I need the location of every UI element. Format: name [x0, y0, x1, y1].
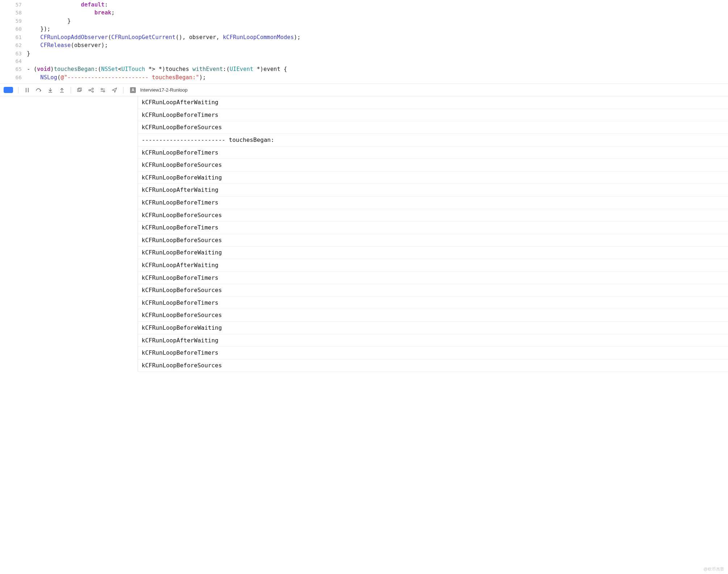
- console-row[interactable]: kCFRunLoopBeforeTimers: [138, 297, 728, 309]
- line-number: 59: [7, 17, 27, 25]
- console-row[interactable]: kCFRunLoopBeforeWaiting: [138, 322, 728, 334]
- debug-target-label[interactable]: Interview17-2-Runloop: [140, 87, 188, 93]
- debug-memory-graph-button[interactable]: [88, 86, 95, 94]
- line-number: 63: [7, 50, 27, 58]
- app-icon-letter: A: [131, 88, 134, 92]
- code-content[interactable]: CFRunLoopAddObserver(CFRunLoopGetCurrent…: [27, 33, 728, 41]
- variables-pane[interactable]: [0, 96, 138, 372]
- console-row[interactable]: kCFRunLoopBeforeSources: [138, 284, 728, 297]
- code-content[interactable]: break;: [27, 9, 728, 17]
- console-row[interactable]: kCFRunLoopBeforeSources: [138, 359, 728, 372]
- svg-point-17: [103, 90, 105, 92]
- pause-continue-button[interactable]: [24, 86, 31, 94]
- console-row[interactable]: kCFRunLoopAfterWaiting: [138, 259, 728, 272]
- code-content[interactable]: CFRelease(observer);: [27, 41, 728, 49]
- location-simulate-button[interactable]: [111, 86, 118, 94]
- svg-point-10: [92, 88, 93, 89]
- line-number: 58: [7, 9, 27, 17]
- step-over-button[interactable]: [35, 86, 42, 94]
- code-line[interactable]: 64: [0, 58, 728, 65]
- code-line[interactable]: 62 CFRelease(observer);: [0, 41, 728, 49]
- line-number: 64: [7, 58, 27, 65]
- code-line[interactable]: 66 NSLog(@"------------------------ touc…: [0, 73, 728, 81]
- console-row[interactable]: kCFRunLoopBeforeSources: [138, 209, 728, 222]
- code-content[interactable]: default:: [27, 1, 728, 9]
- code-content[interactable]: NSLog(@"------------------------ touches…: [27, 73, 728, 81]
- console-row[interactable]: kCFRunLoopBeforeTimers: [138, 221, 728, 234]
- svg-line-12: [90, 89, 92, 90]
- code-line[interactable]: 63}: [0, 50, 728, 58]
- debug-view-hierarchy-button[interactable]: [76, 86, 83, 94]
- line-number: 61: [7, 34, 27, 41]
- console-row[interactable]: kCFRunLoopBeforeSources: [138, 121, 728, 134]
- console-row[interactable]: ------------------------ touchesBegan:: [138, 134, 728, 147]
- line-number: 65: [7, 66, 27, 73]
- environment-overrides-button[interactable]: [99, 86, 106, 94]
- svg-point-9: [89, 89, 90, 91]
- breakpoint-toggle[interactable]: [4, 87, 13, 93]
- code-content[interactable]: }: [27, 50, 728, 58]
- svg-rect-7: [78, 89, 80, 92]
- console-area: kCFRunLoopAfterWaitingkCFRunLoopBeforeTi…: [0, 96, 728, 372]
- console-row[interactable]: kCFRunLoopBeforeSources: [138, 159, 728, 172]
- console-row[interactable]: kCFRunLoopBeforeTimers: [138, 147, 728, 159]
- code-content[interactable]: - (void)touchesBegan:(NSSet<UITouch *> *…: [27, 65, 728, 73]
- code-line[interactable]: 59 }: [0, 17, 728, 25]
- console-row[interactable]: kCFRunLoopBeforeTimers: [138, 197, 728, 209]
- console-row[interactable]: kCFRunLoopAfterWaiting: [138, 96, 728, 109]
- toolbar-separator: [18, 87, 18, 93]
- line-number: 60: [7, 25, 27, 33]
- svg-point-11: [92, 91, 93, 92]
- console-output[interactable]: kCFRunLoopAfterWaitingkCFRunLoopBeforeTi…: [138, 96, 728, 372]
- code-content[interactable]: });: [27, 25, 728, 33]
- toolbar-separator: [71, 87, 71, 93]
- console-row[interactable]: kCFRunLoopBeforeWaiting: [138, 246, 728, 259]
- console-row[interactable]: kCFRunLoopAfterWaiting: [138, 334, 728, 347]
- step-out-button[interactable]: [58, 86, 66, 94]
- line-number: 57: [7, 1, 27, 9]
- target-app-icon: A: [130, 87, 136, 93]
- console-row[interactable]: kCFRunLoopBeforeWaiting: [138, 172, 728, 184]
- console-row[interactable]: kCFRunLoopBeforeTimers: [138, 109, 728, 122]
- console-row[interactable]: kCFRunLoopBeforeSources: [138, 234, 728, 247]
- svg-line-13: [90, 90, 92, 91]
- line-number: 62: [7, 42, 27, 49]
- line-number: 66: [7, 74, 27, 81]
- console-row[interactable]: kCFRunLoopBeforeTimers: [138, 272, 728, 284]
- code-line[interactable]: 60 });: [0, 25, 728, 33]
- svg-rect-8: [79, 88, 81, 91]
- code-editor[interactable]: 57 default:58 break;59 }60 });61 CFRunLo…: [0, 0, 728, 81]
- debug-toolbar: A Interview17-2-Runloop: [0, 84, 728, 96]
- console-row[interactable]: kCFRunLoopBeforeTimers: [138, 347, 728, 359]
- svg-point-15: [101, 88, 102, 90]
- toolbar-separator: [123, 87, 124, 93]
- code-line[interactable]: 65- (void)touchesBegan:(NSSet<UITouch *>…: [0, 65, 728, 73]
- code-line[interactable]: 61 CFRunLoopAddObserver(CFRunLoopGetCurr…: [0, 33, 728, 41]
- console-row[interactable]: kCFRunLoopBeforeSources: [138, 309, 728, 322]
- code-line[interactable]: 58 break;: [0, 9, 728, 17]
- code-line[interactable]: 57 default:: [0, 1, 728, 9]
- code-content[interactable]: }: [27, 17, 728, 25]
- step-into-button[interactable]: [47, 86, 54, 94]
- console-row[interactable]: kCFRunLoopAfterWaiting: [138, 184, 728, 197]
